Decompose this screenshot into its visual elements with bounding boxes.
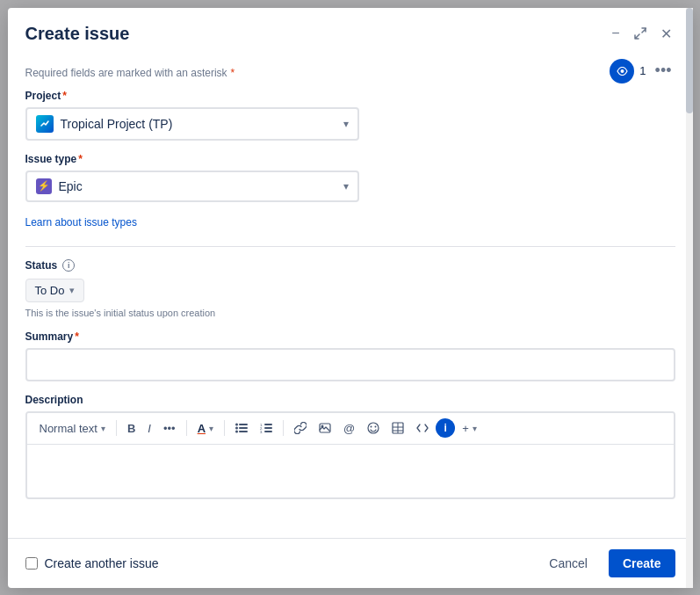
modal-footer: Create another issue Cancel Create xyxy=(8,538,693,588)
svg-rect-7 xyxy=(239,431,248,432)
top-bar: Required fields are marked with an aster… xyxy=(25,56,675,86)
watcher-section: 1 ••• xyxy=(610,58,675,83)
issue-type-value: Epic xyxy=(59,179,83,193)
expand-button[interactable] xyxy=(631,24,650,43)
status-label: Status xyxy=(25,259,58,272)
required-note: Required fields are marked with an aster… xyxy=(25,56,235,86)
more-options-button[interactable]: ••• xyxy=(652,58,675,83)
mention-button[interactable]: @ xyxy=(338,418,360,439)
modal-header-actions: − ✕ xyxy=(608,22,675,46)
svg-point-2 xyxy=(235,424,238,426)
svg-point-18 xyxy=(375,426,377,428)
svg-point-6 xyxy=(235,431,238,433)
footer-actions: Cancel Create xyxy=(537,549,675,577)
svg-rect-3 xyxy=(239,424,248,425)
emoji-button[interactable] xyxy=(362,418,385,438)
status-value: To Do xyxy=(35,284,65,297)
status-info-icon[interactable]: i xyxy=(62,259,75,272)
cancel-button[interactable]: Cancel xyxy=(537,549,600,577)
modal-body: Required fields are marked with an aster… xyxy=(8,56,693,538)
status-chevron-icon: ▾ xyxy=(69,285,75,296)
watcher-count: 1 xyxy=(639,64,646,77)
svg-rect-9 xyxy=(264,424,272,425)
modal-overlay: Create issue − ✕ Required fields are mar… xyxy=(0,0,700,595)
bold-button[interactable]: B xyxy=(122,418,141,439)
status-field: Status i To Do ▾ This is the issue's ini… xyxy=(25,259,675,318)
create-another-text: Create another issue xyxy=(45,556,159,570)
issue-type-dropdown-arrow: ▾ xyxy=(343,180,349,192)
editor-toolbar: Normal text ▾ B I xyxy=(27,413,674,445)
toolbar-separator-2 xyxy=(186,420,187,436)
epic-icon: ⚡ xyxy=(36,178,52,194)
status-label-row: Status i xyxy=(25,259,675,272)
status-hint: This is the issue's initial status upon … xyxy=(25,308,675,318)
mention-label: @ xyxy=(343,422,355,435)
project-icon xyxy=(36,115,54,133)
italic-button[interactable]: I xyxy=(142,418,156,439)
modal-header: Create issue − ✕ xyxy=(8,8,693,56)
description-label: Description xyxy=(25,394,675,406)
text-style-chevron-icon: ▾ xyxy=(101,424,105,433)
more-actions-chevron-icon: ▾ xyxy=(473,424,477,433)
table-button[interactable] xyxy=(386,418,409,438)
svg-point-17 xyxy=(371,426,372,428)
project-dropdown-arrow: ▾ xyxy=(343,118,349,130)
description-content[interactable] xyxy=(27,445,674,497)
svg-point-4 xyxy=(235,427,238,430)
toolbar-separator-3 xyxy=(224,420,225,436)
minimize-button[interactable]: − xyxy=(608,22,623,45)
numbered-list-button[interactable]: 1. 2. 3. xyxy=(255,419,278,437)
more-text-button[interactable]: ••• xyxy=(158,418,181,439)
summary-label: Summary * xyxy=(25,330,675,343)
text-color-chevron-icon: ▾ xyxy=(209,424,213,433)
bullet-list-button[interactable] xyxy=(230,419,253,437)
summary-required: * xyxy=(75,330,79,343)
issue-type-label: Issue type * xyxy=(25,153,675,165)
create-another-label[interactable]: Create another issue xyxy=(25,556,159,570)
svg-point-1 xyxy=(620,69,624,73)
toolbar-separator-4 xyxy=(283,420,284,436)
create-issue-modal: Create issue − ✕ Required fields are mar… xyxy=(8,8,693,588)
close-button[interactable]: ✕ xyxy=(657,22,675,46)
project-value: Tropical Project (TP) xyxy=(61,117,173,131)
text-style-button[interactable]: Normal text ▾ xyxy=(34,418,111,439)
status-button[interactable]: To Do ▾ xyxy=(25,279,85,302)
info-label: i xyxy=(444,422,447,434)
more-plus-label: + xyxy=(462,422,469,435)
create-button[interactable]: Create xyxy=(609,549,675,577)
issue-type-select[interactable]: ⚡ Epic ▾ xyxy=(25,171,359,202)
toolbar-separator-1 xyxy=(116,420,117,436)
modal-title: Create issue xyxy=(25,24,130,44)
issue-type-required: * xyxy=(78,153,83,165)
scrollbar-thumb[interactable] xyxy=(686,8,693,113)
learn-issue-types-link[interactable]: Learn about issue types xyxy=(25,216,137,229)
summary-field: Summary * xyxy=(25,330,675,381)
summary-input[interactable] xyxy=(25,348,675,381)
watcher-button[interactable] xyxy=(610,59,634,83)
more-actions-button[interactable]: + ▾ xyxy=(457,418,482,439)
svg-text:3.: 3. xyxy=(260,430,263,433)
text-style-label: Normal text xyxy=(40,422,97,435)
link-button[interactable] xyxy=(289,418,312,438)
required-asterisk: * xyxy=(231,67,235,79)
svg-rect-13 xyxy=(264,431,272,432)
description-editor: Normal text ▾ B I xyxy=(25,411,675,499)
info-button[interactable]: i xyxy=(436,418,455,438)
project-select[interactable]: Tropical Project (TP) ▾ xyxy=(25,107,359,141)
description-field: Description Normal text ▾ B xyxy=(25,394,675,499)
text-color-a-label: A xyxy=(198,422,206,435)
issue-type-field: Issue type * ⚡ Epic ▾ xyxy=(25,153,675,202)
code-button[interactable] xyxy=(411,419,434,437)
image-button[interactable] xyxy=(314,419,336,437)
text-color-button[interactable]: A ▾ xyxy=(192,418,219,439)
project-label: Project * xyxy=(25,90,675,102)
project-required: * xyxy=(62,90,67,102)
svg-rect-5 xyxy=(239,427,248,429)
section-divider xyxy=(25,246,675,247)
svg-rect-11 xyxy=(264,427,272,429)
scrollbar-track[interactable] xyxy=(686,8,693,588)
create-another-checkbox[interactable] xyxy=(25,557,38,570)
project-field: Project * Tropical Project (TP) ▾ xyxy=(25,90,675,141)
